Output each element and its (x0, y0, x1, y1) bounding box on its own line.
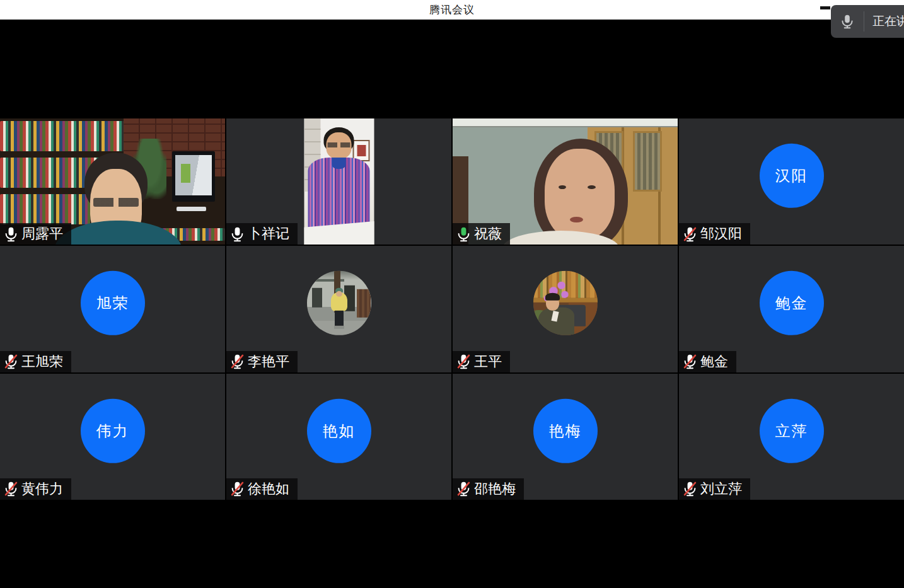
participant-initials-avatar: 艳梅 (533, 399, 598, 463)
participant-name-label: 王旭荣 (0, 351, 71, 372)
participant-name: 王平 (474, 352, 502, 371)
participant-name-label: 王平 (453, 351, 510, 372)
ceiling (453, 118, 678, 127)
participant-name: 黄伟力 (21, 480, 63, 499)
participant-initials-avatar: 鲍金 (760, 271, 824, 335)
participant-initials-avatar: 伟力 (81, 399, 145, 463)
mic-muted-icon (681, 353, 698, 370)
participant-photo-avatar (533, 271, 598, 335)
participant-name: 徐艳如 (248, 480, 289, 499)
shelf-board (533, 298, 598, 303)
mic-muted-icon (681, 226, 698, 243)
participant-name-label: 李艳平 (226, 351, 298, 372)
participant-initials-avatar: 艳如 (307, 399, 371, 463)
participant-name-label: 鲍金 (679, 351, 736, 372)
eye (588, 185, 595, 189)
purple-flower (560, 291, 569, 298)
mic-on-icon (229, 226, 246, 243)
book-row (0, 194, 90, 224)
popup-divider (864, 11, 864, 32)
speaking-indicator-label: 正在讲 (872, 13, 904, 30)
window-titlebar[interactable]: 腾讯会议 (0, 0, 904, 20)
participant-name: 邹汉阳 (700, 224, 742, 243)
glasses (93, 198, 138, 207)
poster (181, 164, 190, 183)
participant-name: 刘立萍 (700, 480, 742, 499)
participant-name-label: 祝薇 (453, 223, 510, 245)
participant-tile-11[interactable]: 艳梅 邵艳梅 (453, 374, 678, 500)
cabinet-glass-door (633, 131, 662, 192)
participant-initials-avatar: 汉阳 (760, 144, 824, 208)
participant-name-label: 邹汉阳 (679, 223, 750, 245)
participant-name: 鲍金 (700, 352, 728, 371)
pants (335, 311, 343, 328)
purple-flower (557, 282, 565, 289)
fence (357, 289, 371, 318)
person-hair (545, 293, 560, 301)
participant-tile-10[interactable]: 艳如 徐艳如 (226, 374, 451, 500)
shoes (334, 326, 344, 329)
person-face (336, 291, 342, 297)
participant-tile-8[interactable]: 鲍金 鲍金 (679, 246, 904, 372)
participant-name: 周露平 (21, 224, 63, 243)
participant-tile-6[interactable]: 李艳平 (226, 246, 451, 372)
window-control-dash (820, 6, 830, 9)
participant-tile-5[interactable]: 旭荣 王旭荣 (0, 246, 225, 372)
mic-muted-icon (3, 353, 20, 370)
participant-name-label: 黄伟力 (0, 478, 71, 500)
speaking-indicator-popup[interactable]: 正在讲 (831, 5, 904, 38)
participant-tile-3[interactable]: 祝薇 (453, 118, 678, 245)
mic-muted-icon (3, 480, 20, 497)
mic-muted-icon (681, 480, 698, 497)
indoor-photo (533, 271, 598, 335)
participant-name-label: 徐艳如 (226, 478, 298, 500)
outdoor-photo (307, 271, 371, 335)
mic-muted-icon (455, 480, 472, 497)
participant-name: 卜祥记 (248, 224, 289, 243)
participant-photo-avatar (307, 271, 371, 335)
book-row (0, 121, 128, 151)
participant-tile-4[interactable]: 汉阳 邹汉阳 (679, 118, 904, 245)
glasses (328, 142, 351, 147)
mic-muted-icon (455, 353, 472, 370)
participant-tile-12[interactable]: 立萍 刘立萍 (679, 374, 904, 500)
participant-tile-2[interactable]: 卜祥记 (226, 118, 451, 245)
portrait-video (304, 118, 374, 245)
participant-grid: 周露平 卜祥记 祝薇 汉阳 邹汉阳 (0, 118, 904, 500)
participant-name-label: 邵艳梅 (453, 478, 524, 500)
mic-speaking-icon (455, 226, 472, 243)
keyboard (177, 207, 206, 211)
mic-muted-icon (229, 353, 246, 370)
window (312, 288, 322, 308)
window-title: 腾讯会议 (429, 3, 475, 17)
mic-on-icon (3, 226, 20, 243)
participant-tile-7[interactable]: 王平 (453, 246, 678, 372)
microphone-icon (839, 13, 855, 30)
participant-name: 祝薇 (474, 224, 502, 243)
participant-initials-avatar: 旭荣 (81, 271, 145, 335)
participant-tile-9[interactable]: 伟力 黄伟力 (0, 374, 225, 500)
participant-tile-1[interactable]: 周露平 (0, 118, 225, 245)
participant-name: 李艳平 (248, 352, 289, 371)
participant-face (545, 149, 615, 239)
mic-muted-icon (229, 480, 246, 497)
participant-name: 邵艳梅 (474, 480, 516, 499)
picture-art (357, 145, 366, 156)
participant-initials-avatar: 立萍 (760, 399, 824, 463)
participant-name-label: 卜祥记 (226, 223, 298, 245)
participant-name-label: 周露平 (0, 223, 71, 245)
participant-name: 王旭荣 (21, 352, 63, 371)
participant-name-label: 刘立萍 (679, 478, 750, 500)
shirt-collar (332, 158, 345, 169)
